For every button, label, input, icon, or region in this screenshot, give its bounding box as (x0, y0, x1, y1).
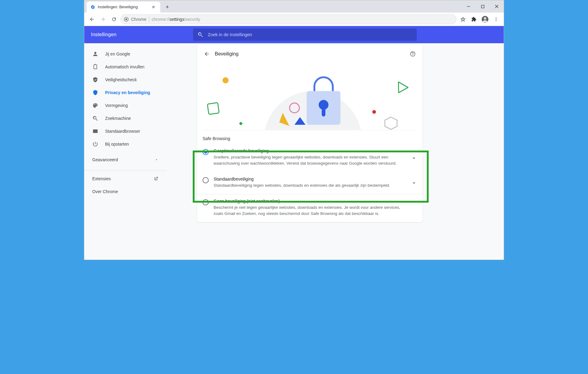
chrome-logo-icon (124, 17, 129, 22)
option-desc: Standaardbeveiliging tegen websites, dow… (214, 182, 402, 189)
chevron-down-icon[interactable] (411, 180, 417, 186)
sidebar-advanced-label: Geavanceerd (92, 157, 118, 162)
bookmark-button[interactable] (458, 15, 468, 24)
sidebar-item-extensions[interactable]: Extensies (84, 172, 166, 185)
clipboard-icon (92, 64, 98, 70)
radio-enhanced[interactable] (203, 149, 209, 155)
titlebar: Instellingen: Beveiliging ✕ + (84, 0, 504, 13)
option-title: Geoptimaliseerde beveiliging (214, 148, 402, 153)
power-icon (92, 141, 98, 147)
svg-marker-15 (239, 122, 243, 125)
sidebar-item-default-browser[interactable]: Standaardbrowser (84, 125, 166, 138)
sidebar-item-you-and-google[interactable]: Jij en Google (84, 48, 166, 60)
svg-point-6 (496, 19, 497, 20)
radio-none[interactable] (203, 199, 209, 205)
address-bar-row: Chrome chrome://settings/security (84, 13, 504, 26)
section-title: Safe Browsing (197, 130, 423, 144)
plus-icon: + (166, 4, 169, 10)
gear-icon (90, 5, 95, 10)
svg-point-13 (222, 77, 229, 83)
radio-standard[interactable] (203, 177, 209, 183)
option-title: Geen beveiliging (niet aanbevolen) (214, 199, 402, 204)
svg-rect-0 (481, 5, 484, 8)
menu-button[interactable] (491, 15, 501, 24)
chevron-down-icon[interactable] (411, 155, 417, 161)
sidebar-item-label: Bij opstarten (105, 142, 129, 147)
forward-button[interactable] (98, 15, 108, 24)
svg-marker-19 (394, 82, 408, 95)
hero-illustration (203, 63, 417, 130)
palette-icon (92, 102, 98, 109)
reload-button[interactable] (109, 15, 119, 24)
content-scroll[interactable]: Beveiliging (166, 43, 504, 260)
omnibox[interactable]: Chrome chrome://settings/security (120, 14, 457, 24)
shield-icon (92, 90, 98, 96)
settings-search-input[interactable] (208, 32, 412, 37)
sidebar: Jij en Google Automatisch invullen Veili… (84, 43, 166, 260)
search-icon (92, 115, 98, 121)
sidebar-item-label: Privacy en beveiliging (105, 90, 150, 95)
external-link-icon (154, 176, 158, 181)
option-enhanced[interactable]: Geoptimaliseerde beveiliging Snellere, p… (197, 144, 423, 172)
sidebar-item-label: Over Chrome (92, 189, 118, 194)
extensions-button[interactable] (469, 15, 479, 24)
omnibox-divider (149, 17, 149, 22)
sidebar-item-label: Zoekmachine (105, 116, 131, 121)
page-title: Beveiliging (215, 51, 410, 57)
sidebar-item-about[interactable]: Over Chrome (84, 185, 166, 198)
sidebar-separator (84, 170, 166, 170)
card-header: Beveiliging (197, 44, 423, 63)
back-button[interactable] (87, 15, 97, 24)
omnibox-chip: Chrome (131, 17, 146, 22)
svg-point-2 (125, 18, 127, 20)
sidebar-advanced[interactable]: Geavanceerd (84, 153, 166, 166)
shield-check-icon (92, 77, 98, 83)
close-tab-icon[interactable]: ✕ (150, 4, 157, 10)
sidebar-item-label: Jij en Google (105, 52, 130, 56)
option-desc: Snellere, proactieve beveiliging tegen g… (214, 154, 402, 167)
settings-search[interactable] (193, 29, 417, 41)
svg-rect-12 (322, 108, 325, 116)
svg-marker-21 (385, 117, 397, 129)
chrome-window: Instellingen: Beveiliging ✕ + Chrome chr… (84, 0, 504, 260)
option-standard[interactable]: Standaardbeveiliging Standaardbeveiligin… (197, 172, 423, 194)
option-desc: Beschermt je niet tegen gevaarlijke webs… (214, 204, 402, 217)
search-icon (197, 32, 203, 38)
svg-rect-14 (207, 103, 219, 114)
sidebar-item-search-engine[interactable]: Zoekmachine (84, 112, 166, 125)
sidebar-item-label: Extensies (92, 176, 111, 181)
sidebar-item-label: Automatisch invullen (105, 64, 144, 69)
toolbar-right (458, 15, 501, 24)
sidebar-item-label: Veiligheidscheck (105, 77, 137, 82)
close-window-button[interactable] (490, 0, 504, 13)
browser-tab[interactable]: Instellingen: Beveiliging ✕ (87, 2, 160, 13)
option-title: Standaardbeveiliging (214, 177, 402, 181)
security-card: Beveiliging (197, 44, 423, 222)
profile-button[interactable] (480, 15, 490, 24)
minimize-button[interactable] (461, 0, 476, 13)
settings-header: Instellingen (84, 26, 504, 43)
option-none[interactable]: Geen beveiliging (niet aanbevolen) Besch… (197, 194, 423, 223)
back-icon[interactable] (204, 51, 210, 57)
sidebar-item-label: Vormgeving (105, 103, 128, 108)
svg-point-7 (496, 20, 497, 21)
sidebar-item-on-startup[interactable]: Bij opstarten (84, 138, 166, 151)
settings-title: Instellingen (91, 32, 116, 37)
sidebar-item-autofill[interactable]: Automatisch invullen (84, 60, 166, 73)
sidebar-item-safety-check[interactable]: Veiligheidscheck (84, 73, 166, 86)
sidebar-item-privacy[interactable]: Privacy en beveiliging (84, 86, 166, 99)
settings-body: Jij en Google Automatisch invullen Veili… (84, 43, 504, 260)
svg-point-5 (496, 17, 497, 18)
svg-point-4 (484, 17, 486, 20)
window-controls (461, 0, 504, 13)
omnibox-url: chrome://settings/security (152, 17, 200, 22)
sidebar-item-appearance[interactable]: Vormgeving (84, 99, 166, 112)
tab-title: Instellingen: Beveiliging (98, 5, 148, 9)
chevron-down-icon (155, 158, 158, 162)
browser-icon (92, 128, 98, 134)
person-icon (92, 51, 98, 57)
maximize-button[interactable] (476, 0, 490, 13)
help-icon[interactable] (410, 51, 416, 57)
sidebar-item-label: Standaardbrowser (105, 129, 140, 134)
new-tab-button[interactable]: + (162, 2, 173, 12)
